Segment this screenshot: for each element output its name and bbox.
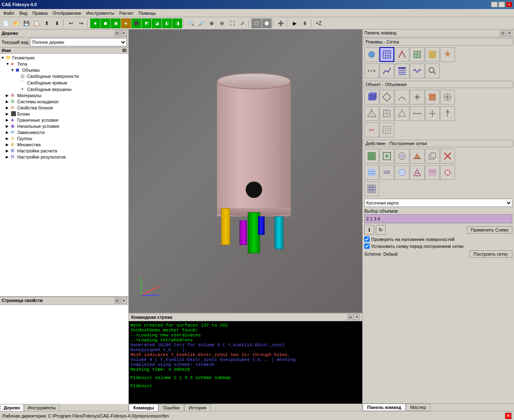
mode-table[interactable] — [395, 64, 409, 78]
tb-import[interactable]: ⬆ — [42, 18, 52, 28]
tb-run1[interactable]: ▶ — [290, 18, 299, 28]
tb-geom3[interactable]: ▣ — [111, 18, 121, 28]
tb-view6[interactable]: ⤢ — [238, 18, 247, 28]
tree-item-initial[interactable]: ▶ ◉ Начальные условия — [1, 123, 128, 129]
act-size[interactable] — [395, 149, 409, 163]
act-extra[interactable] — [364, 182, 379, 196]
tb-geom7[interactable]: ◪ — [152, 18, 162, 28]
act-copy[interactable] — [425, 149, 440, 163]
tree-item-resultsettings[interactable]: ▶ ⊟ Настройки результатов — [1, 154, 128, 160]
tree-item-sets[interactable]: ▶ ⊛ Множества — [1, 141, 128, 148]
act-smooth[interactable] — [395, 165, 409, 180]
mode-time[interactable]: t = 0 — [364, 64, 379, 78]
volume-selection-input[interactable]: 2 1 3 4 — [364, 214, 512, 223]
tb-new[interactable]: 📄 — [1, 18, 11, 28]
act-scheme[interactable] — [364, 165, 379, 180]
tb-open[interactable]: 📂 — [11, 18, 21, 28]
act-hat[interactable] — [410, 149, 425, 163]
apply-scheme-button[interactable]: Применить Схему — [467, 226, 512, 234]
refresh-button[interactable]: ↻ — [376, 225, 386, 235]
mode-search[interactable] — [425, 64, 440, 78]
menu-display[interactable]: Отображение — [50, 10, 84, 16]
tb-run2[interactable]: ⏸ — [300, 18, 310, 28]
status-error-button[interactable]: ✕ — [505, 413, 512, 419]
obj-settings2[interactable] — [440, 90, 455, 104]
tree-item-volumes[interactable]: ▼ ◼ Объемы — [1, 67, 128, 73]
tb-view3[interactable]: ⊕ — [207, 18, 217, 28]
tree-item-groups[interactable]: ▶ ⊙ Группы — [1, 135, 128, 141]
cmd-float-button[interactable]: ⊟ — [347, 314, 353, 320]
tree-item-blockprop[interactable]: ▶ ⊟ Свойства блоков — [1, 104, 128, 111]
tb-export[interactable]: ⬇ — [52, 18, 62, 28]
mode-postproc[interactable] — [425, 47, 440, 62]
tb-save[interactable]: 💾 — [21, 18, 31, 28]
info-button[interactable]: ℹ — [364, 225, 374, 235]
mode-wave[interactable] — [410, 64, 425, 78]
rp-tab-wizard[interactable]: Мастер — [406, 404, 430, 411]
tb-view4[interactable]: ⊖ — [217, 18, 227, 28]
act-delete[interactable] — [440, 149, 455, 163]
maximize-button[interactable]: □ — [498, 2, 505, 7]
cmd-tab-history[interactable]: История — [184, 404, 211, 411]
obj-quad[interactable] — [379, 106, 394, 121]
cmd-close-button[interactable]: ✕ — [354, 314, 360, 320]
obj-grid-mesh[interactable] — [379, 123, 394, 137]
menu-file[interactable]: Файл — [1, 10, 17, 16]
tb-view1[interactable]: 🔍 — [186, 18, 196, 28]
obj-plus[interactable] — [425, 106, 440, 121]
menu-edit[interactable]: Правка — [30, 10, 50, 16]
obj-vertex[interactable] — [410, 90, 425, 104]
obj-curve[interactable] — [395, 90, 409, 104]
props-float-button[interactable]: ⊟ — [114, 298, 120, 304]
tree-item-free-curves[interactable]: ⌒ Свободные кривые — [1, 79, 128, 86]
tb-geom9[interactable]: ◨ — [172, 18, 182, 28]
tree-view-select[interactable]: Полное дерево — [30, 38, 127, 46]
menu-help[interactable]: Помощь — [136, 10, 159, 16]
mode-calc[interactable] — [410, 47, 425, 62]
obj-surface[interactable] — [379, 90, 394, 104]
tb-undo[interactable]: ↩ — [66, 18, 76, 28]
tb-move[interactable]: +Z — [314, 18, 324, 28]
rp-tab-commands[interactable]: Панель команд — [363, 404, 406, 411]
tree-item-geometry[interactable]: ▼ 📁 Геометрия — [1, 54, 128, 61]
tree-close-button[interactable]: ✕ — [121, 30, 127, 36]
menu-view[interactable]: Вид — [17, 10, 30, 16]
obj-xyz[interactable]: X/Y — [364, 123, 379, 137]
tb-arrow[interactable]: ➕ — [276, 18, 286, 28]
act-quality[interactable] — [425, 165, 440, 180]
tb-geom2[interactable]: ◼ — [101, 18, 110, 28]
props-close-button[interactable]: ✕ — [121, 298, 127, 304]
mode-mesh[interactable] — [379, 47, 394, 62]
tb-redo[interactable]: ↪ — [76, 18, 86, 28]
tb-geom5[interactable]: ⬛ — [131, 18, 141, 28]
obj-line[interactable] — [410, 106, 425, 121]
tree-item-free-surfaces[interactable]: ▨ Свободные поверхности — [1, 73, 128, 79]
viewport-area[interactable]: X Y Z — [129, 30, 362, 313]
tree-item-coords[interactable]: ▶ ⊞ Системы координат — [1, 98, 128, 104]
act-build-sel[interactable] — [379, 149, 394, 163]
build-mesh-button[interactable]: Построить сетку — [469, 250, 513, 258]
obj-arrow-up[interactable] — [440, 106, 455, 121]
obj-group[interactable] — [425, 90, 440, 104]
obj-volume[interactable] — [364, 90, 379, 104]
obj-tri[interactable] — [395, 106, 409, 121]
tree-item-bodies[interactable]: ▼ ◈ Тела — [1, 61, 128, 67]
menu-calc[interactable]: Расчет — [117, 10, 136, 16]
tb-mesh1[interactable]: ⬡ — [251, 18, 261, 28]
close-button[interactable]: ✕ — [506, 2, 512, 7]
mode-bc[interactable] — [395, 47, 409, 62]
checkbox-overlap[interactable] — [364, 236, 370, 242]
tab-tools[interactable]: Инструменты — [24, 404, 59, 411]
act-scheme2[interactable]: 100 — [379, 165, 394, 180]
tree-item-materials[interactable]: ▶ ⊕ Материалы — [1, 92, 128, 98]
act-refine[interactable] — [410, 165, 425, 180]
tree-item-blocks[interactable]: ▶ ⬛ Блоки — [1, 111, 128, 117]
tb-geom1[interactable]: ■ — [90, 18, 100, 28]
mode-graph[interactable] — [379, 64, 394, 78]
cmd-tab-errors[interactable]: Ошибки — [158, 404, 184, 411]
rp-float-button[interactable]: ⊟ — [500, 30, 506, 36]
tb-saveas[interactable]: 📋 — [32, 18, 41, 28]
tb-geom4[interactable]: ◈ — [121, 18, 131, 28]
act-clear[interactable] — [440, 165, 455, 180]
mode-geom[interactable] — [364, 47, 379, 62]
